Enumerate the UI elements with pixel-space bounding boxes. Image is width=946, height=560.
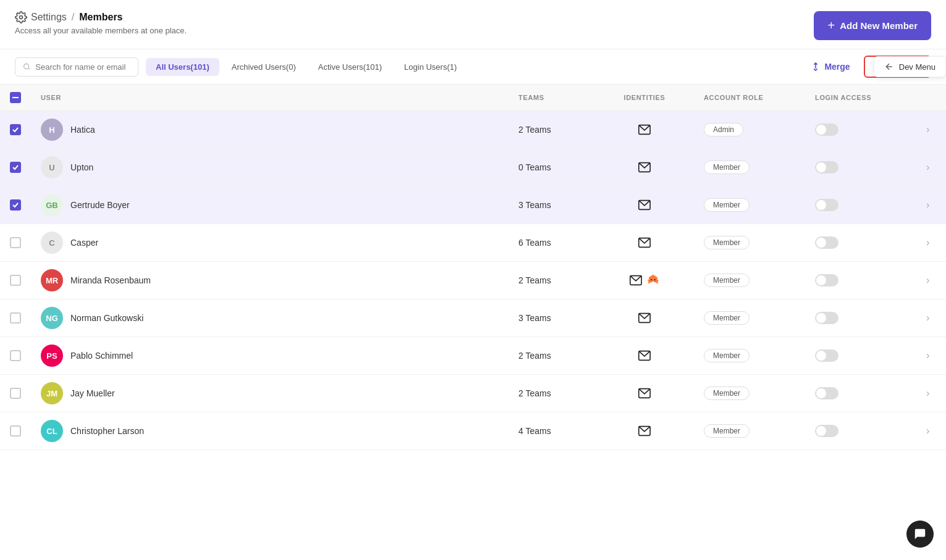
td-user: JM Jay Mueller	[31, 375, 509, 412]
gear-icon	[15, 11, 27, 23]
user-name: Casper	[70, 238, 98, 248]
row-checkbox[interactable]	[10, 388, 21, 399]
fox-icon	[646, 274, 660, 287]
row-checkbox[interactable]	[10, 199, 21, 211]
svg-rect-6	[12, 97, 19, 98]
identities-cell	[605, 274, 684, 287]
login-toggle[interactable]	[815, 387, 838, 399]
td-role: Member	[694, 412, 805, 450]
breadcrumb-settings[interactable]: Settings	[15, 11, 67, 23]
tab-all-users[interactable]: All Users(101)	[146, 58, 219, 76]
header-left: Settings / Members Access all your avail…	[15, 11, 187, 35]
email-icon	[638, 387, 651, 400]
row-chevron[interactable]: ›	[926, 237, 929, 248]
tab-archived-users[interactable]: Archived Users(0)	[222, 58, 306, 76]
row-checkbox[interactable]	[10, 350, 21, 361]
toolbar: All Users(101) Archived Users(0) Active …	[0, 49, 946, 85]
user-name: Pablo Schimmel	[70, 351, 133, 361]
row-checkbox[interactable]	[10, 237, 21, 248]
user-name: Hatica	[70, 125, 95, 135]
td-login	[805, 224, 916, 262]
td-checkbox	[0, 111, 31, 149]
row-chevron[interactable]: ›	[926, 124, 929, 135]
row-checkbox[interactable]	[10, 275, 21, 286]
role-badge: Member	[704, 161, 750, 174]
td-teams: 3 Teams	[509, 186, 595, 224]
avatar: JM	[41, 382, 63, 404]
avatar: MR	[41, 269, 63, 291]
tab-login-users[interactable]: Login Users(1)	[394, 58, 467, 76]
user-name: Miranda Rosenbaum	[70, 275, 151, 285]
identities-cell	[605, 123, 684, 136]
td-arrow: ›	[916, 186, 946, 224]
avatar: H	[41, 119, 63, 141]
login-toggle[interactable]	[815, 161, 838, 173]
search-box[interactable]	[15, 57, 138, 77]
merge-button[interactable]: Merge	[805, 58, 856, 75]
select-all-checkbox[interactable]	[10, 92, 21, 103]
table-row: JM Jay Mueller 2 Teams Member ›	[0, 375, 946, 412]
row-checkbox[interactable]	[10, 312, 21, 324]
td-teams: 2 Teams	[509, 111, 595, 149]
row-checkbox[interactable]	[10, 162, 21, 173]
row-chevron[interactable]: ›	[926, 275, 929, 285]
table-row: C Casper 6 Teams Member ›	[0, 224, 946, 262]
td-user: PS Pablo Schimmel	[31, 337, 509, 375]
row-checkbox[interactable]	[10, 124, 21, 135]
identities-cell	[605, 311, 684, 325]
svg-point-12	[651, 279, 652, 280]
add-btn-label: Add New Member	[840, 20, 918, 31]
merge-label: Merge	[824, 62, 850, 72]
back-arrow-icon	[884, 62, 894, 72]
user-name: Gertrude Boyer	[70, 200, 130, 210]
add-new-member-button[interactable]: + Add New Member	[814, 11, 931, 40]
td-role: Member	[694, 299, 805, 337]
dev-menu-popup[interactable]: Dev Menu	[874, 56, 946, 77]
breadcrumb-sep: /	[72, 12, 74, 23]
login-toggle[interactable]	[815, 349, 838, 362]
td-user: GB Gertrude Boyer	[31, 186, 509, 224]
role-badge: Member	[704, 349, 750, 362]
td-arrow: ›	[916, 224, 946, 262]
td-role: Member	[694, 186, 805, 224]
td-arrow: ›	[916, 337, 946, 375]
settings-label: Settings	[31, 12, 67, 23]
td-login	[805, 111, 916, 149]
login-toggle[interactable]	[815, 199, 838, 211]
row-chevron[interactable]: ›	[926, 199, 929, 210]
table-row: NG Norman Gutkowski 3 Teams Member ›	[0, 299, 946, 337]
row-checkbox[interactable]	[10, 425, 21, 437]
td-arrow: ›	[916, 111, 946, 149]
login-toggle[interactable]	[815, 312, 838, 324]
user-cell: NG Norman Gutkowski	[41, 307, 499, 329]
th-teams: TEAMS	[509, 85, 595, 111]
row-chevron[interactable]: ›	[926, 350, 929, 361]
td-teams: 4 Teams	[509, 412, 595, 450]
table-header-row: USER TEAMS IDENTITIES ACCOUNT ROLE LOGIN…	[0, 85, 946, 111]
login-toggle[interactable]	[815, 123, 838, 136]
row-chevron[interactable]: ›	[926, 312, 929, 323]
login-toggle[interactable]	[815, 236, 838, 249]
td-login	[805, 299, 916, 337]
table-row: GB Gertrude Boyer 3 Teams Member ›	[0, 186, 946, 224]
login-toggle[interactable]	[815, 425, 838, 437]
email-icon	[638, 236, 651, 249]
avatar: PS	[41, 345, 63, 367]
td-arrow: ›	[916, 412, 946, 450]
role-badge: Member	[704, 274, 750, 287]
tab-active-users[interactable]: Active Users(101)	[308, 58, 392, 76]
header-subtitle: Access all your available members at one…	[15, 26, 187, 35]
table-row: MR Miranda Rosenbaum 2 Teams Member ›	[0, 262, 946, 299]
user-cell: PS Pablo Schimmel	[41, 345, 499, 367]
login-toggle[interactable]	[815, 274, 838, 286]
row-chevron[interactable]: ›	[926, 425, 929, 436]
search-input[interactable]	[35, 62, 130, 72]
th-arrow	[916, 85, 946, 111]
td-identities	[595, 111, 694, 149]
td-role: Member	[694, 262, 805, 299]
row-chevron[interactable]: ›	[926, 388, 929, 398]
td-identities	[595, 186, 694, 224]
td-checkbox	[0, 149, 31, 186]
merge-icon	[811, 62, 821, 72]
row-chevron[interactable]: ›	[926, 162, 929, 172]
